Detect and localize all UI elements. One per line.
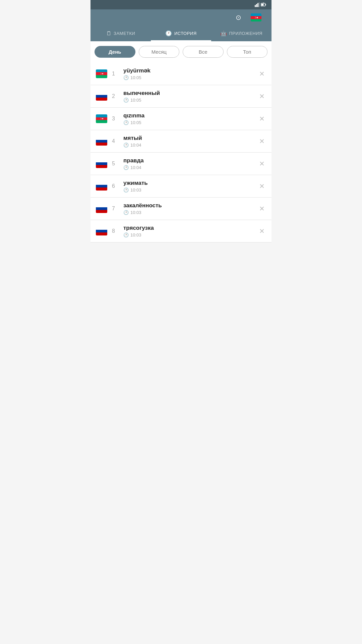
item-time-1: 🕐 10:05 <box>123 75 253 80</box>
delete-item-1[interactable]: ✕ <box>258 68 266 79</box>
filter-top[interactable]: Топ <box>227 46 268 58</box>
item-word-8: трясогузка <box>123 225 253 231</box>
item-content-2: выпеченный 🕐 10:05 <box>123 90 253 103</box>
history-item-3[interactable]: ☽★ 3 qızınma 🕐 10:05 ✕ <box>90 108 272 130</box>
item-time-6: 🕐 10:03 <box>123 187 253 193</box>
item-content-6: ужимать 🕐 10:03 <box>123 180 253 193</box>
item-time-2: 🕐 10:05 <box>123 98 253 103</box>
item-word-5: правда <box>123 157 253 164</box>
filter-row: День Месяц Все Топ <box>90 41 272 62</box>
item-word-7: закалённость <box>123 202 253 209</box>
item-word-1: yüyürmək <box>123 67 253 74</box>
clock-icon-3: 🕐 <box>123 120 129 125</box>
time-value-3: 10:05 <box>130 120 141 125</box>
item-content-8: трясогузка 🕐 10:03 <box>123 225 253 237</box>
time-value-1: 10:05 <box>130 75 141 80</box>
tabs-bar: 🗒 ЗАМЕТКИ 🕐 ИСТОРИЯ 🤖 ПРИЛОЖЕНИЯ <box>90 25 272 41</box>
delete-item-8[interactable]: ✕ <box>258 226 266 236</box>
notes-tab-icon: 🗒 <box>106 31 112 37</box>
clock-icon-5: 🕐 <box>123 165 129 170</box>
svg-rect-5 <box>265 4 266 5</box>
item-number-5: 5 <box>112 161 119 167</box>
status-icons <box>255 2 267 7</box>
item-number-2: 2 <box>112 93 119 99</box>
svg-rect-6 <box>261 4 263 6</box>
history-item-6[interactable]: 6 ужимать 🕐 10:03 ✕ <box>90 175 272 198</box>
flag-icon-1: ☽★ <box>96 69 107 78</box>
flag-icon-2 <box>96 92 107 101</box>
filter-month[interactable]: Месяц <box>139 46 180 58</box>
time-value-7: 10:03 <box>130 210 141 215</box>
clock-icon-1: 🕐 <box>123 75 129 80</box>
svg-rect-0 <box>255 5 256 7</box>
clock-icon-2: 🕐 <box>123 98 129 103</box>
time-value-2: 10:05 <box>130 98 141 103</box>
item-time-5: 🕐 10:04 <box>123 165 253 170</box>
svg-rect-3 <box>259 2 259 7</box>
item-content-1: yüyürmək 🕐 10:05 <box>123 67 253 80</box>
tab-apps-label: ПРИЛОЖЕНИЯ <box>229 31 262 36</box>
delete-item-3[interactable]: ✕ <box>258 113 266 124</box>
item-word-3: qızınma <box>123 112 253 119</box>
delete-item-7[interactable]: ✕ <box>258 203 266 214</box>
upload-icon[interactable]: ⊙ <box>236 13 241 21</box>
time-value-6: 10:03 <box>130 187 141 193</box>
battery-icon <box>261 3 266 7</box>
flag-icon-5 <box>96 159 107 168</box>
item-content-3: qızınma 🕐 10:05 <box>123 112 253 125</box>
flag-az-icon[interactable]: ☽★ <box>251 13 261 21</box>
filter-all[interactable]: Все <box>183 46 224 58</box>
time-value-4: 10:04 <box>130 143 141 148</box>
item-content-4: мятый 🕐 10:04 <box>123 135 253 148</box>
tab-notes[interactable]: 🗒 ЗАМЕТКИ <box>90 26 151 41</box>
item-word-2: выпеченный <box>123 90 253 97</box>
tab-history[interactable]: 🕐 ИСТОРИЯ <box>151 25 211 41</box>
history-item-8[interactable]: 8 трясогузка 🕐 10:03 ✕ <box>90 220 272 243</box>
filter-day[interactable]: День <box>95 46 135 58</box>
flag-icon-7 <box>96 204 107 213</box>
item-word-6: ужимать <box>123 180 253 186</box>
clock-icon-7: 🕐 <box>123 210 129 215</box>
item-number-3: 3 <box>112 116 119 122</box>
apps-tab-icon: 🤖 <box>220 30 227 37</box>
svg-rect-2 <box>257 3 258 7</box>
status-bar <box>90 0 272 9</box>
app-bar-actions: ⊙ ☽★ <box>236 13 266 21</box>
flag-icon-4 <box>96 137 107 146</box>
history-list: ☽★ 1 yüyürmək 🕐 10:05 ✕ 2 выпеченный 🕐 1… <box>90 62 272 243</box>
clock-icon-6: 🕐 <box>123 187 129 193</box>
flag-icon-8 <box>96 227 107 235</box>
delete-item-2[interactable]: ✕ <box>258 91 266 102</box>
history-item-4[interactable]: 4 мятый 🕐 10:04 ✕ <box>90 130 272 153</box>
item-number-4: 4 <box>112 138 119 144</box>
tab-notes-label: ЗАМЕТКИ <box>114 31 135 36</box>
time-value-5: 10:04 <box>130 165 141 170</box>
signal-icon <box>255 2 259 7</box>
item-content-7: закалённость 🕐 10:03 <box>123 202 253 215</box>
time-value-8: 10:03 <box>130 232 141 237</box>
item-time-4: 🕐 10:04 <box>123 143 253 148</box>
clock-icon-4: 🕐 <box>123 143 129 148</box>
delete-item-4[interactable]: ✕ <box>258 136 266 147</box>
item-content-5: правда 🕐 10:04 <box>123 157 253 170</box>
delete-item-6[interactable]: ✕ <box>258 181 266 192</box>
clock-icon-8: 🕐 <box>123 232 129 237</box>
history-item-7[interactable]: 7 закалённость 🕐 10:03 ✕ <box>90 198 272 220</box>
item-word-4: мятый <box>123 135 253 142</box>
item-time-8: 🕐 10:03 <box>123 232 253 237</box>
flag-icon-3: ☽★ <box>96 114 107 123</box>
item-time-3: 🕐 10:05 <box>123 120 253 125</box>
history-item-2[interactable]: 2 выпеченный 🕐 10:05 ✕ <box>90 85 272 108</box>
history-item-1[interactable]: ☽★ 1 yüyürmək 🕐 10:05 ✕ <box>90 62 272 85</box>
app-bar: ⊙ ☽★ <box>90 9 272 25</box>
tab-apps[interactable]: 🤖 ПРИЛОЖЕНИЯ <box>211 25 272 41</box>
item-number-1: 1 <box>112 71 119 77</box>
delete-item-5[interactable]: ✕ <box>258 158 266 169</box>
item-time-7: 🕐 10:03 <box>123 210 253 215</box>
tab-history-label: ИСТОРИЯ <box>174 31 197 36</box>
svg-rect-1 <box>256 4 257 7</box>
history-item-5[interactable]: 5 правда 🕐 10:04 ✕ <box>90 153 272 175</box>
flag-icon-6 <box>96 182 107 191</box>
item-number-8: 8 <box>112 228 119 234</box>
item-number-6: 6 <box>112 183 119 189</box>
